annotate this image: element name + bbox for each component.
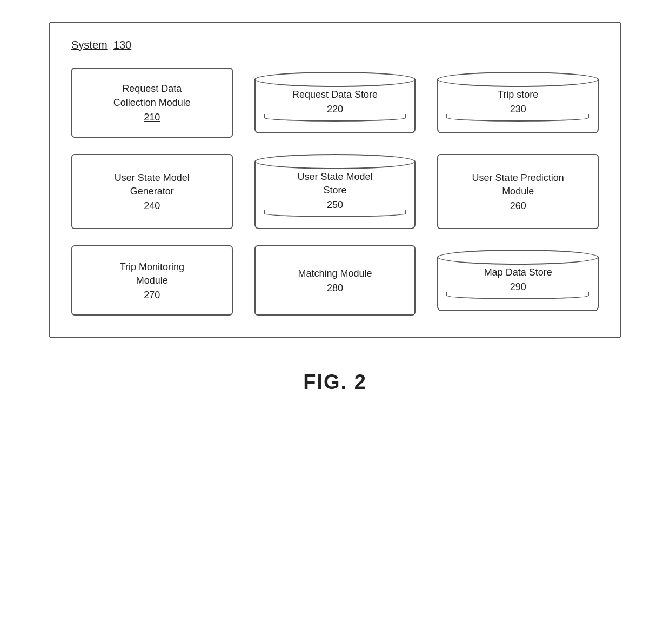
cylinder-top <box>254 72 416 87</box>
cylinder-box-230: Trip store 230 <box>437 68 599 138</box>
cylinder-top <box>254 154 416 169</box>
module-number: 230 <box>510 104 526 115</box>
module-number: 250 <box>327 199 343 211</box>
cylinder-box-250: User State ModelStore 250 <box>254 154 416 229</box>
module-grid: Request DataCollection Module 210 Reques… <box>71 68 599 316</box>
system-text: System <box>71 39 108 51</box>
module-number: 260 <box>510 200 526 212</box>
cylinder-box-220: Request Data Store 220 <box>254 68 416 138</box>
module-number: 290 <box>510 281 526 293</box>
module-box-240: User State ModelGenerator 240 <box>71 154 233 229</box>
cylinder-top <box>437 72 599 87</box>
page-container: System 130 Request DataCollection Module… <box>0 0 670 644</box>
module-lines: Request Data Store <box>292 88 378 102</box>
cylinder-bottom-cap <box>264 210 407 217</box>
cylinder-body: Trip store 230 <box>437 79 599 133</box>
system-label: System 130 <box>71 39 131 51</box>
module-lines: Matching Module <box>298 267 372 280</box>
module-number: 240 <box>144 200 160 212</box>
module-lines: Request DataCollection Module <box>113 82 191 109</box>
fig-label: FIG. 2 <box>303 371 367 394</box>
module-number: 220 <box>327 104 343 115</box>
cylinder-bottom-cap <box>446 114 589 122</box>
module-lines: Map Data Store <box>484 266 552 279</box>
cylinder-body: Request Data Store 220 <box>254 79 416 133</box>
module-number: 210 <box>144 112 160 123</box>
cylinder-box-290: Map Data Store 290 <box>437 245 599 316</box>
module-lines: Trip store <box>498 88 538 102</box>
module-box-270: Trip MonitoringModule 270 <box>71 245 233 316</box>
cylinder-body: Map Data Store 290 <box>437 257 599 311</box>
module-box-210: Request DataCollection Module 210 <box>71 68 233 138</box>
module-box-280: Matching Module 280 <box>254 245 416 316</box>
module-lines: User State PredictionModule <box>472 171 564 198</box>
module-number: 270 <box>144 290 160 301</box>
module-box-260: User State PredictionModule 260 <box>437 154 599 229</box>
system-number: 130 <box>113 39 131 51</box>
module-lines: User State ModelStore <box>297 170 372 197</box>
module-lines: User State ModelGenerator <box>115 171 190 198</box>
module-number: 280 <box>327 283 343 294</box>
cylinder-body: User State ModelStore 250 <box>254 162 416 229</box>
module-lines: Trip MonitoringModule <box>120 260 184 287</box>
cylinder-bottom-cap <box>446 292 589 299</box>
diagram-outer: System 130 Request DataCollection Module… <box>49 22 621 338</box>
cylinder-bottom-cap <box>264 114 407 122</box>
